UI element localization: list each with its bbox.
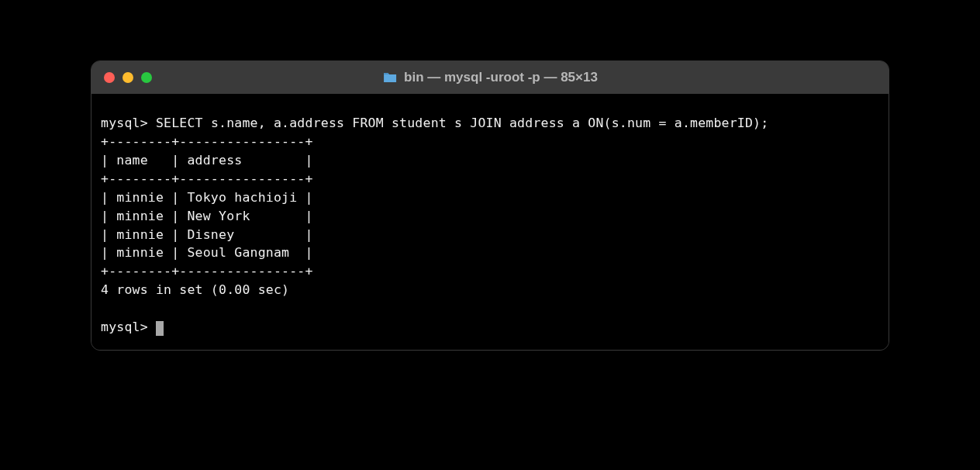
- sql-query: SELECT s.name, a.address FROM student s …: [156, 116, 768, 130]
- maximize-button[interactable]: [141, 72, 152, 83]
- window-title-text: bin — mysql -uroot -p — 85×13: [404, 70, 598, 85]
- table-header: | name | address |: [101, 153, 313, 168]
- folder-icon: [382, 71, 398, 84]
- minimize-button[interactable]: [122, 72, 133, 83]
- close-button[interactable]: [104, 72, 115, 83]
- result-status: 4 rows in set (0.00 sec): [101, 282, 289, 297]
- prompt: mysql>: [101, 320, 156, 334]
- table-divider: +--------+----------------+: [101, 264, 313, 278]
- table-row: | minnie | Seoul Gangnam |: [101, 245, 313, 260]
- table-divider: +--------+----------------+: [101, 171, 313, 186]
- terminal-body[interactable]: mysql> SELECT s.name, a.address FROM stu…: [91, 94, 889, 350]
- table-row: | minnie | New York |: [101, 209, 313, 223]
- table-row: | minnie | Disney |: [101, 227, 313, 242]
- window-title: bin — mysql -uroot -p — 85×13: [382, 70, 598, 85]
- window-titlebar: bin — mysql -uroot -p — 85×13: [91, 61, 889, 94]
- table-row: | minnie | Tokyo hachioji |: [101, 190, 313, 205]
- traffic-lights: [104, 72, 152, 83]
- prompt: mysql>: [101, 116, 148, 130]
- cursor: [156, 321, 164, 336]
- terminal-window: bin — mysql -uroot -p — 85×13 mysql> SEL…: [91, 60, 889, 351]
- table-divider: +--------+----------------+: [101, 134, 313, 149]
